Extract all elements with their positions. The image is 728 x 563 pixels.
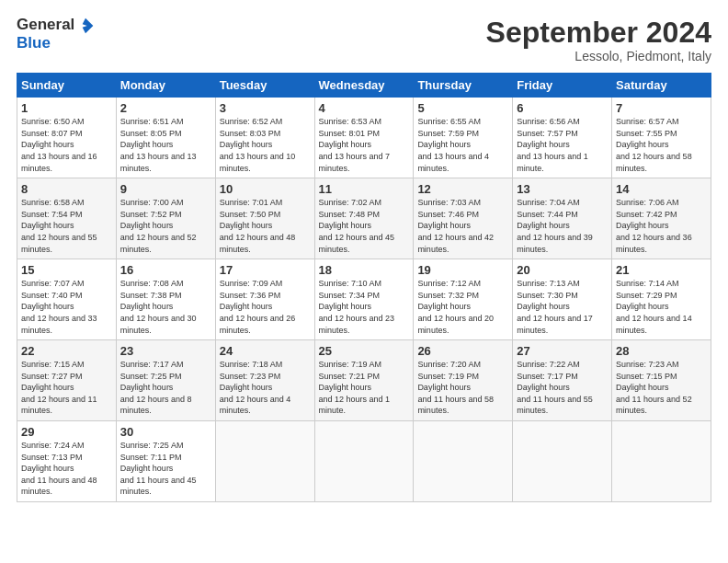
day-number: 2 <box>120 101 211 115</box>
calendar-cell: 8 Sunrise: 6:58 AMSunset: 7:54 PMDayligh… <box>17 178 117 259</box>
calendar-cell: 2 Sunrise: 6:51 AMSunset: 8:05 PMDayligh… <box>116 98 215 178</box>
day-detail: Sunrise: 6:55 AMSunset: 7:59 PMDaylight … <box>417 117 489 172</box>
calendar-table: Sunday Monday Tuesday Wednesday Thursday… <box>17 73 711 502</box>
day-number: 3 <box>220 101 311 115</box>
day-number: 10 <box>220 182 311 196</box>
calendar-cell: 5 Sunrise: 6:55 AMSunset: 7:59 PMDayligh… <box>414 98 513 178</box>
day-number: 9 <box>120 182 211 196</box>
col-thursday: Thursday <box>414 74 513 98</box>
col-friday: Friday <box>513 74 612 98</box>
day-detail: Sunrise: 7:09 AMSunset: 7:36 PMDaylight … <box>220 279 296 334</box>
day-number: 23 <box>120 344 211 358</box>
calendar-cell: 22 Sunrise: 7:15 AMSunset: 7:27 PMDaylig… <box>17 340 117 421</box>
col-monday: Monday <box>116 74 215 98</box>
day-detail: Sunrise: 7:12 AMSunset: 7:32 PMDaylight … <box>417 279 494 334</box>
calendar-cell: 4 Sunrise: 6:53 AMSunset: 8:01 PMDayligh… <box>314 98 414 178</box>
day-number: 15 <box>21 263 112 277</box>
calendar-cell: 13 Sunrise: 7:04 AMSunset: 7:44 PMDaylig… <box>513 178 612 259</box>
calendar-subtitle: Lessolo, Piedmont, Italy <box>486 49 711 63</box>
calendar-cell: 16 Sunrise: 7:08 AMSunset: 7:38 PMDaylig… <box>116 259 215 340</box>
calendar-cell: 25 Sunrise: 7:19 AMSunset: 7:21 PMDaylig… <box>314 340 414 421</box>
day-detail: Sunrise: 7:03 AMSunset: 7:46 PMDaylight … <box>417 198 494 253</box>
day-number: 5 <box>417 101 508 115</box>
col-wednesday: Wednesday <box>314 74 414 98</box>
day-detail: Sunrise: 7:17 AMSunset: 7:25 PMDaylight … <box>120 360 192 415</box>
day-detail: Sunrise: 7:02 AMSunset: 7:48 PMDaylight … <box>319 198 395 253</box>
day-detail: Sunrise: 6:53 AMSunset: 8:01 PMDaylight … <box>319 117 391 172</box>
calendar-cell <box>513 421 612 502</box>
day-detail: Sunrise: 6:50 AMSunset: 8:07 PMDaylight … <box>21 117 97 172</box>
day-detail: Sunrise: 6:56 AMSunset: 7:57 PMDaylight … <box>517 117 588 172</box>
day-detail: Sunrise: 6:51 AMSunset: 8:05 PMDaylight … <box>120 117 197 172</box>
day-detail: Sunrise: 7:20 AMSunset: 7:19 PMDaylight … <box>417 360 494 415</box>
table-row: 8 Sunrise: 6:58 AMSunset: 7:54 PMDayligh… <box>17 178 711 259</box>
day-detail: Sunrise: 7:08 AMSunset: 7:38 PMDaylight … <box>120 279 197 334</box>
day-number: 1 <box>21 101 112 115</box>
day-detail: Sunrise: 7:10 AMSunset: 7:34 PMDaylight … <box>319 279 395 334</box>
table-row: 1 Sunrise: 6:50 AMSunset: 8:07 PMDayligh… <box>17 98 711 178</box>
calendar-cell: 9 Sunrise: 7:00 AMSunset: 7:52 PMDayligh… <box>116 178 215 259</box>
calendar-cell: 6 Sunrise: 6:56 AMSunset: 7:57 PMDayligh… <box>513 98 612 178</box>
calendar-cell: 19 Sunrise: 7:12 AMSunset: 7:32 PMDaylig… <box>414 259 513 340</box>
day-detail: Sunrise: 7:19 AMSunset: 7:21 PMDaylight … <box>319 360 391 415</box>
calendar-cell: 14 Sunrise: 7:06 AMSunset: 7:42 PMDaylig… <box>612 178 711 259</box>
calendar-cell <box>414 421 513 502</box>
day-detail: Sunrise: 7:25 AMSunset: 7:11 PMDaylight … <box>120 441 197 496</box>
day-number: 19 <box>417 263 508 277</box>
day-number: 25 <box>319 344 410 358</box>
calendar-cell: 15 Sunrise: 7:07 AMSunset: 7:40 PMDaylig… <box>17 259 117 340</box>
day-detail: Sunrise: 6:52 AMSunset: 8:03 PMDaylight … <box>220 117 296 172</box>
day-number: 22 <box>21 344 112 358</box>
svg-marker-0 <box>83 18 94 34</box>
calendar-cell: 29 Sunrise: 7:24 AMSunset: 7:13 PMDaylig… <box>17 421 117 502</box>
day-detail: Sunrise: 7:04 AMSunset: 7:44 PMDaylight … <box>517 198 593 253</box>
day-detail: Sunrise: 7:14 AMSunset: 7:29 PMDaylight … <box>616 279 692 334</box>
day-number: 11 <box>319 182 410 196</box>
header: General Blue September 2024 Lessolo, Pie… <box>17 17 711 63</box>
day-number: 7 <box>616 101 707 115</box>
calendar-cell: 28 Sunrise: 7:23 AMSunset: 7:15 PMDaylig… <box>612 340 711 421</box>
day-number: 16 <box>120 263 211 277</box>
calendar-title: September 2024 <box>486 17 711 49</box>
day-number: 28 <box>616 344 707 358</box>
calendar-cell: 20 Sunrise: 7:13 AMSunset: 7:30 PMDaylig… <box>513 259 612 340</box>
calendar-cell: 17 Sunrise: 7:09 AMSunset: 7:36 PMDaylig… <box>215 259 314 340</box>
day-detail: Sunrise: 7:18 AMSunset: 7:23 PMDaylight … <box>220 360 291 415</box>
calendar-cell: 18 Sunrise: 7:10 AMSunset: 7:34 PMDaylig… <box>314 259 414 340</box>
day-number: 8 <box>21 182 112 196</box>
day-detail: Sunrise: 6:57 AMSunset: 7:55 PMDaylight … <box>616 117 692 172</box>
calendar-cell: 23 Sunrise: 7:17 AMSunset: 7:25 PMDaylig… <box>116 340 215 421</box>
logo: General Blue <box>17 17 95 52</box>
day-detail: Sunrise: 7:15 AMSunset: 7:27 PMDaylight … <box>21 360 97 415</box>
day-number: 4 <box>319 101 410 115</box>
day-number: 17 <box>220 263 311 277</box>
col-sunday: Sunday <box>17 74 117 98</box>
calendar-cell: 12 Sunrise: 7:03 AMSunset: 7:46 PMDaylig… <box>414 178 513 259</box>
calendar-cell: 1 Sunrise: 6:50 AMSunset: 8:07 PMDayligh… <box>17 98 117 178</box>
table-row: 15 Sunrise: 7:07 AMSunset: 7:40 PMDaylig… <box>17 259 711 340</box>
calendar-cell: 11 Sunrise: 7:02 AMSunset: 7:48 PMDaylig… <box>314 178 414 259</box>
day-detail: Sunrise: 7:07 AMSunset: 7:40 PMDaylight … <box>21 279 97 334</box>
day-detail: Sunrise: 7:23 AMSunset: 7:15 PMDaylight … <box>616 360 692 415</box>
day-number: 6 <box>517 101 608 115</box>
calendar-cell: 10 Sunrise: 7:01 AMSunset: 7:50 PMDaylig… <box>215 178 314 259</box>
day-number: 20 <box>517 263 608 277</box>
col-tuesday: Tuesday <box>215 74 314 98</box>
day-detail: Sunrise: 7:06 AMSunset: 7:42 PMDaylight … <box>616 198 692 253</box>
day-detail: Sunrise: 7:01 AMSunset: 7:50 PMDaylight … <box>220 198 296 253</box>
day-number: 14 <box>616 182 707 196</box>
day-number: 12 <box>417 182 508 196</box>
header-row: Sunday Monday Tuesday Wednesday Thursday… <box>17 74 711 98</box>
title-block: September 2024 Lessolo, Piedmont, Italy <box>486 17 711 63</box>
calendar-cell: 30 Sunrise: 7:25 AMSunset: 7:11 PMDaylig… <box>116 421 215 502</box>
calendar-cell <box>215 421 314 502</box>
day-number: 18 <box>319 263 410 277</box>
table-row: 22 Sunrise: 7:15 AMSunset: 7:27 PMDaylig… <box>17 340 711 421</box>
day-number: 13 <box>517 182 608 196</box>
calendar-cell <box>612 421 711 502</box>
day-detail: Sunrise: 7:13 AMSunset: 7:30 PMDaylight … <box>517 279 593 334</box>
calendar-cell: 24 Sunrise: 7:18 AMSunset: 7:23 PMDaylig… <box>215 340 314 421</box>
calendar-cell: 26 Sunrise: 7:20 AMSunset: 7:19 PMDaylig… <box>414 340 513 421</box>
calendar-cell: 3 Sunrise: 6:52 AMSunset: 8:03 PMDayligh… <box>215 98 314 178</box>
page: General Blue September 2024 Lessolo, Pie… <box>0 0 728 511</box>
